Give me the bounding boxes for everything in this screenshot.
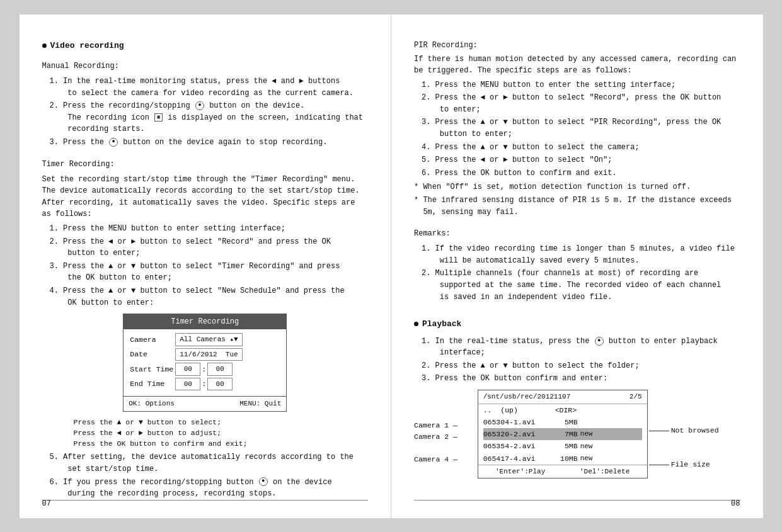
footer-play: 'Enter':Play (495, 467, 545, 477)
timer-date-row: Date 11/6/2012 Tue (130, 348, 280, 361)
timer-box-title: Timer Recording (124, 314, 286, 329)
video-recording-title: Video recording (50, 40, 124, 52)
pir-title: PIR Recording: (414, 40, 740, 51)
section-title-video: Video recording (42, 40, 369, 52)
timer-camera-row: Camera All Cameras ▴▼ (130, 333, 280, 346)
footer-delete: 'Del':Delete (580, 467, 630, 477)
timer-step-3: 3. Press the ▲ or ▼ button to select "Ti… (50, 261, 369, 284)
playback-section-title: Playback (414, 318, 740, 331)
timer-recording-title: Timer Recording: (42, 159, 369, 170)
annotations-col: Not browsed File size (649, 390, 719, 470)
timer-step-4: 4. Press the ▲ or ▼ button to select "Ne… (50, 285, 369, 308)
timer-box-footer: OK: Options MENU: Quit (124, 396, 286, 411)
file-row-4[interactable]: 065417-4.avi 10MB new (483, 453, 642, 465)
timer-after-steps: 5. After setting, the device automatical… (50, 451, 369, 499)
left-page-number: 07 (42, 498, 51, 509)
start-min-field[interactable]: 00 (207, 363, 233, 376)
remark-2: 2. Multiple channels (four channels at m… (422, 268, 740, 303)
pir-step-6: 6. Press the OK button to confirm and ex… (422, 167, 740, 179)
manual-step-2: 2. Press the recording/stopping ● button… (50, 100, 369, 135)
pir-step-5: 5. Press the ◄ or ► button to select "On… (422, 154, 740, 166)
right-page-number: 08 (731, 498, 740, 509)
page-spread: Video recording Manual Recording: 1. In … (20, 14, 763, 518)
stop-icon: ● (109, 138, 118, 147)
playback-btn-icon: ● (595, 337, 604, 346)
remarks-title: Remarks: (414, 228, 740, 239)
pir-title-text: PIR Recording: (414, 41, 478, 50)
timer-footer-ok: OK: Options (129, 399, 175, 409)
file-page: 2/5 (630, 392, 642, 402)
annotation-new-label: Not browsed (649, 425, 719, 436)
pir-step-4: 4. Press the ▲ or ▼ button to select the… (422, 142, 740, 154)
camera-select-field[interactable]: All Cameras ▴▼ (175, 333, 242, 346)
manual-step-1: 1. In the real-time monitoring status, p… (50, 76, 369, 99)
camera-empty-label (414, 443, 475, 454)
remark-1: 1. If the video recording time is longer… (422, 243, 740, 266)
remarks-list: 1. If the video recording time is longer… (422, 243, 740, 303)
pir-step-2: 2. Press the ◄ or ► button to select "Re… (422, 92, 740, 115)
manual-step-3: 3. Press the ● button on the device agai… (50, 137, 369, 149)
playback-steps-list: 1. In the real-time status, press the ● … (422, 336, 740, 385)
end-min-field[interactable]: 00 (207, 378, 233, 391)
annot-spacer2 (649, 448, 719, 459)
pir-note-2: * The infrared sensing distance of PIR i… (414, 195, 740, 218)
timer-footer-menu: MENU: Quit (239, 399, 281, 409)
end-hour-field[interactable]: 00 (175, 378, 200, 391)
playback-step-3: 3. Press the OK button confirm and enter… (422, 373, 740, 385)
file-browser-box: /snt/usb/rec/20121107 2/5 .. (up) <DIR> … (478, 390, 648, 478)
camera-4-label: Camera 4 — (414, 454, 475, 465)
file-box-footer: 'Enter':Play 'Del':Delete (478, 465, 647, 478)
annotation-size-label: File size (649, 459, 719, 470)
playback-step-2: 2. Press the ▲ or ▼ button to select the… (422, 360, 740, 372)
camera-2-label: Camera 2 — (414, 431, 475, 443)
left-page: Video recording Manual Recording: 1. In … (20, 14, 392, 518)
timer-box-body: Camera All Cameras ▴▼ Date 11/6/2012 Tue… (124, 329, 286, 396)
rec-indicator-icon: ▣ (154, 113, 163, 122)
pir-step-1: 1. Press the MENU button to enter the se… (422, 79, 740, 91)
playback-title-text: Playback (422, 318, 461, 331)
left-divider (42, 500, 369, 501)
file-row-2[interactable]: 065320-2.avi 7MB new (483, 428, 642, 440)
file-box-header: /snt/usb/rec/20121107 2/5 (478, 390, 647, 404)
manual-title-text: Manual Recording: (42, 62, 119, 71)
file-row-up[interactable]: .. (up) <DIR> (483, 404, 642, 416)
timer-recording-box: Timer Recording Camera All Cameras ▴▼ Da… (123, 314, 287, 412)
pir-step-3: 3. Press the ▲ or ▼ button to select "PI… (422, 116, 740, 140)
manual-recording-title: Manual Recording: (42, 60, 369, 72)
playback-step-1: 1. In the real-time status, press the ● … (422, 336, 740, 359)
pir-steps-list: 1. Press the MENU button to enter the se… (422, 79, 740, 179)
file-row-1[interactable]: 065304-1.avi 5MB (483, 416, 642, 428)
camera-1-label: Camera 1 — (414, 420, 475, 431)
timer-intro: Set the recording start/stop time throug… (42, 174, 369, 220)
file-box-body: .. (up) <DIR> 065304-1.avi 5MB 065320-2.… (478, 404, 647, 465)
timer-after-step-5: 5. After setting, the device automatical… (50, 451, 369, 475)
file-path: /snt/usb/rec/20121107 (483, 392, 571, 402)
annot-spacer (649, 436, 719, 448)
playback-file-section: Camera 1 — Camera 2 — Camera 4 — /snt/us… (414, 390, 740, 478)
annot-line-1 (649, 431, 669, 431)
record-icon: ● (195, 101, 204, 110)
date-field[interactable]: 11/6/2012 Tue (175, 348, 242, 361)
timer-end-row: End Time 00 : 00 (130, 378, 280, 391)
timer-instructions: Press the ▲ or ▼ button to select; Press… (74, 417, 369, 450)
start-hour-field[interactable]: 00 (175, 363, 200, 376)
rec-btn-icon: ● (259, 477, 268, 486)
not-browsed-text: Not browsed (671, 425, 719, 436)
bullet-icon (42, 43, 47, 48)
camera-labels-col: Camera 1 — Camera 2 — Camera 4 — (414, 390, 475, 465)
file-size-text: File size (671, 459, 710, 470)
timer-step-1: 1. Press the MENU button to enter settin… (50, 223, 369, 235)
pir-note-1: * When "Off" is set, motion detection fu… (414, 181, 740, 193)
file-row-3[interactable]: 065354-2.avi 5MB new (483, 440, 642, 452)
timer-step-2: 2. Press the ◄ or ► button to select "Re… (50, 236, 369, 259)
pir-intro: If there is human motion detected by any… (414, 54, 740, 77)
timer-title-text: Timer Recording: (42, 160, 115, 169)
timer-steps-list: 1. Press the MENU button to enter settin… (50, 223, 369, 308)
timer-after-step-6: 6. If you press the recording/stopping b… (50, 477, 369, 500)
annot-line-2 (649, 465, 669, 465)
bullet-icon-2 (414, 322, 418, 326)
manual-steps-list: 1. In the real-time monitoring status, p… (50, 76, 369, 149)
right-page: PIR Recording: If there is human motion … (391, 14, 763, 518)
right-divider (414, 500, 740, 501)
timer-start-row: Start Time 00 : 00 (130, 363, 280, 376)
